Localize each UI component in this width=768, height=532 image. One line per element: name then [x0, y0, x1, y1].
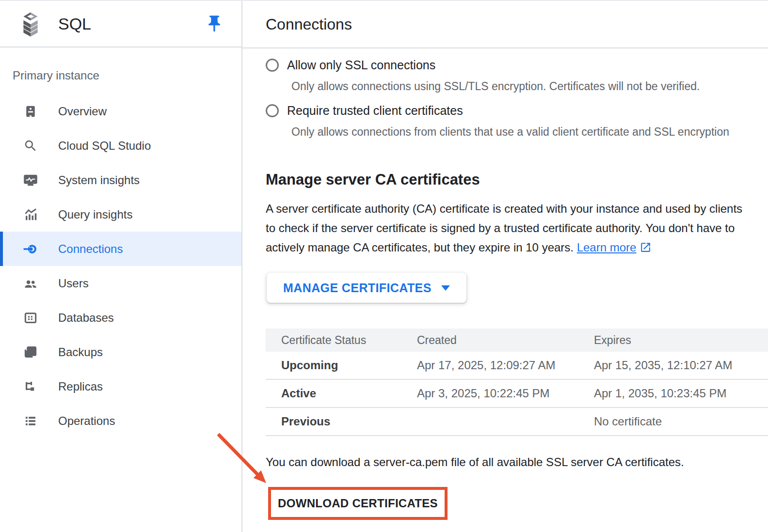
cell-expires: Apr 1, 2035, 10:23:45 PM	[594, 379, 768, 407]
section-body: A server certificate authority (CA) cert…	[266, 199, 743, 257]
sidebar-item-label: Connections	[58, 242, 123, 256]
sidebar-item-label: Query insights	[58, 208, 132, 221]
main-header: Connections	[242, 1, 768, 48]
sidebar-nav: Overview Cloud SQL Studio System insight…	[0, 94, 241, 438]
download-certificates-button[interactable]: DOWNLOAD CERTIFICATES	[271, 490, 445, 517]
sidebar-item-connections[interactable]: Connections	[0, 232, 241, 266]
section-body-text: A server certificate authority (CA) cert…	[266, 202, 742, 254]
column-header-created: Created	[417, 329, 594, 352]
annotation-highlight-box: DOWNLOAD CERTIFICATES	[268, 487, 448, 520]
column-header-certificate-status: Certificate Status	[266, 329, 417, 352]
manage-certificates-row: MANAGE CERTIFICATES	[267, 273, 768, 303]
overview-icon	[23, 104, 38, 119]
table-header-row: Certificate Status Created Expires	[266, 329, 768, 352]
learn-more-link[interactable]: Learn more	[577, 241, 652, 254]
connections-icon	[23, 242, 38, 256]
backups-icon	[23, 345, 38, 360]
app-title: SQL	[58, 15, 205, 33]
cell-status: Previous	[266, 407, 417, 436]
download-note: You can download a server-ca.pem file of…	[266, 455, 768, 469]
table-row-active: Active Apr 3, 2025, 10:22:45 PM Apr 1, 2…	[266, 379, 768, 407]
sidebar-item-label: Databases	[58, 311, 114, 325]
cell-status: Upcoming	[266, 352, 417, 379]
table-row-previous: Previous No certificate	[266, 407, 768, 436]
sidebar-item-backups[interactable]: Backups	[0, 335, 241, 369]
sidebar-item-label: Operations	[58, 414, 115, 428]
main-content: Connections Allow only SSL connections O…	[242, 1, 768, 532]
manage-certificates-button[interactable]: MANAGE CERTIFICATES	[267, 273, 466, 303]
table-row-upcoming: Upcoming Apr 17, 2025, 12:09:27 AM Apr 1…	[266, 352, 768, 379]
radio-require-trusted-certs[interactable]: Require trusted client certificates	[266, 104, 747, 117]
sidebar-item-label: System insights	[58, 173, 140, 187]
radio-button-icon[interactable]	[266, 104, 279, 117]
radio-label[interactable]: Allow only SSL connections	[287, 58, 435, 72]
page-title: Connections	[266, 16, 352, 33]
sidebar-header: SQL	[0, 1, 241, 47]
sidebar-item-cloud-sql-studio[interactable]: Cloud SQL Studio	[0, 128, 241, 163]
users-icon	[23, 276, 38, 291]
cell-created: Apr 17, 2025, 12:09:27 AM	[417, 352, 594, 379]
cell-status: Active	[266, 379, 417, 407]
sidebar-item-operations[interactable]: Operations	[0, 404, 241, 438]
chevron-down-icon	[441, 285, 450, 291]
cloud-sql-connections-page: SQL Primary instance Overview Cloud SQL …	[0, 0, 768, 532]
sidebar-item-label: Overview	[58, 105, 107, 118]
section-heading: Manage server CA certificates	[266, 171, 768, 188]
sidebar-section-label: Primary instance	[13, 69, 241, 82]
certificates-table: Certificate Status Created Expires Upcom…	[266, 329, 768, 436]
cloud-sql-logo-icon	[17, 11, 44, 37]
sidebar-item-databases[interactable]: Databases	[0, 300, 241, 335]
search-icon	[23, 139, 38, 153]
radio-button-icon[interactable]	[266, 59, 279, 72]
databases-icon	[23, 311, 38, 325]
sidebar-item-users[interactable]: Users	[0, 266, 241, 300]
radio-description: Only allows connections using SSL/TLS en…	[291, 79, 747, 93]
pin-icon[interactable]	[205, 14, 224, 33]
cell-expires: Apr 15, 2035, 12:10:27 AM	[594, 352, 768, 379]
sidebar-item-label: Cloud SQL Studio	[58, 139, 151, 153]
sidebar-item-label: Users	[58, 277, 89, 290]
cell-created: Apr 3, 2025, 10:22:45 PM	[417, 379, 594, 407]
query-insights-icon	[23, 207, 38, 222]
radio-allow-only-ssl[interactable]: Allow only SSL connections	[266, 58, 747, 72]
replicas-icon	[23, 379, 38, 394]
sidebar-item-replicas[interactable]: Replicas	[0, 369, 241, 404]
radio-description: Only allows connections from clients tha…	[291, 125, 747, 139]
sidebar-item-query-insights[interactable]: Query insights	[0, 197, 241, 232]
ssl-mode-radio-group: Allow only SSL connections Only allows c…	[242, 48, 768, 139]
sidebar-item-system-insights[interactable]: System insights	[0, 163, 241, 197]
sidebar-item-overview[interactable]: Overview	[0, 94, 241, 128]
radio-label[interactable]: Require trusted client certificates	[287, 104, 463, 118]
system-insights-icon	[23, 173, 38, 188]
external-link-icon	[640, 241, 652, 253]
sidebar-item-label: Replicas	[58, 380, 103, 393]
cell-created	[417, 407, 594, 436]
column-header-expires: Expires	[594, 329, 768, 352]
operations-icon	[23, 414, 38, 428]
sidebar-item-label: Backups	[58, 345, 103, 359]
cell-expires: No certificate	[594, 407, 768, 436]
sidebar: SQL Primary instance Overview Cloud SQL …	[0, 1, 242, 532]
